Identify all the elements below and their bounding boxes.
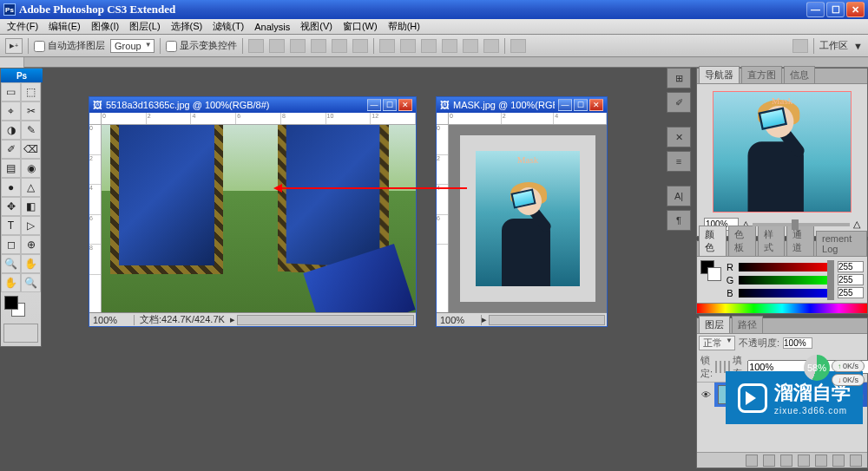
quick-mask-toggle[interactable] (3, 324, 38, 343)
notes-tool[interactable]: 🔍 (1, 254, 21, 273)
info-tab[interactable]: 信息 (784, 66, 815, 83)
mlog-tab[interactable]: rement Log (816, 231, 867, 256)
auto-select-dropdown[interactable]: Group (110, 39, 155, 53)
fx-icon[interactable] (763, 455, 775, 467)
distribute-icon[interactable] (379, 39, 395, 53)
menu-select[interactable]: 选择(S) (166, 18, 208, 35)
visibility-icon[interactable]: 👁 (697, 383, 714, 407)
align-icon[interactable] (311, 39, 326, 53)
doc-minimize-button[interactable]: — (367, 99, 381, 111)
doc-tab[interactable] (0, 57, 24, 68)
distribute-icon[interactable] (421, 39, 437, 53)
blend-mode-dropdown[interactable]: 正常 (699, 336, 735, 350)
channels-tab[interactable]: 通道 (786, 226, 814, 256)
menu-layer[interactable]: 图层(L) (124, 18, 165, 35)
dock-icon[interactable]: ⊞ (667, 68, 691, 88)
eraser-tool[interactable]: ● (1, 178, 21, 197)
menu-window[interactable]: 窗口(W) (338, 18, 383, 35)
status-arrow-icon[interactable]: ▸ (230, 314, 235, 325)
arrange-icon[interactable] (510, 39, 526, 53)
menu-analysis[interactable]: Analysis (249, 20, 295, 34)
slice-tool[interactable]: ✎ (21, 121, 41, 140)
swatches-tab[interactable]: 色板 (728, 226, 756, 256)
histogram-tab[interactable]: 直方图 (741, 66, 782, 83)
document-window-2[interactable]: 🖼 MASK.jpg @ 100%(RGB... — ☐ ✕ 0 2 4 024… (436, 96, 608, 327)
doc-zoom[interactable]: 100% (89, 315, 135, 325)
doc-maximize-button[interactable]: ☐ (383, 99, 397, 111)
menu-image[interactable]: 图像(I) (86, 18, 124, 35)
tool-indicator[interactable]: ▸+ (5, 38, 23, 54)
window-minimize-button[interactable]: — (806, 2, 825, 17)
g-input[interactable] (838, 274, 864, 285)
styles-tab[interactable]: 样式 (758, 226, 786, 256)
link-layers-icon[interactable] (746, 455, 758, 467)
new-layer-icon[interactable] (832, 455, 845, 467)
b-input[interactable] (838, 287, 864, 298)
align-icon[interactable] (352, 39, 368, 53)
type-tool[interactable]: ▷ (21, 216, 41, 235)
dock-icon[interactable]: ✐ (667, 92, 691, 113)
opacity-input[interactable] (783, 337, 812, 349)
paths-tab[interactable]: 路径 (732, 316, 763, 333)
window-maximize-button[interactable]: ☐ (826, 2, 845, 17)
document-window-1[interactable]: 🖼 5518a3d16365c.jpg @ 100%(RGB/8#) — ☐ ✕… (89, 96, 417, 327)
shape-tool[interactable]: ⊕ (21, 235, 41, 254)
distribute-icon[interactable] (483, 39, 499, 53)
align-icon[interactable] (290, 39, 306, 53)
lock-pixels-icon[interactable] (720, 361, 721, 373)
heal-tool[interactable]: ✐ (1, 140, 21, 159)
show-transform-checkbox[interactable]: 显示变换控件 (166, 39, 237, 52)
doc-close-button[interactable]: ✕ (398, 99, 412, 111)
wand-tool[interactable]: ✂ (21, 101, 41, 121)
dock-icon[interactable]: ≡ (667, 151, 691, 172)
canvas[interactable]: Mask (449, 125, 607, 312)
zoom-in-icon[interactable]: △ (853, 219, 860, 230)
crop-tool[interactable]: ◑ (1, 121, 21, 140)
hand-tool[interactable]: ✋ (1, 273, 21, 292)
zoom-tool[interactable]: 🔍 (21, 273, 41, 292)
distribute-icon[interactable] (400, 39, 416, 53)
distribute-icon[interactable] (463, 39, 478, 53)
color-swatch-pair[interactable] (700, 260, 721, 281)
doc-minimize-button[interactable]: — (558, 99, 572, 111)
color-spectrum[interactable] (697, 303, 867, 313)
history-brush-tool[interactable]: ◉ (21, 159, 41, 178)
auto-select-checkbox[interactable]: 自动选择图层 (34, 39, 105, 52)
menu-file[interactable]: 文件(F) (2, 18, 43, 35)
gradient-tool[interactable]: △ (21, 178, 41, 197)
dodge-tool[interactable]: ◧ (21, 197, 41, 216)
path-tool[interactable]: ◻ (1, 235, 21, 254)
menu-view[interactable]: 视图(V) (295, 18, 338, 35)
pen-tool[interactable]: T (1, 216, 21, 235)
menu-filter[interactable]: 滤镜(T) (207, 18, 249, 35)
layers-tab[interactable]: 图层 (699, 316, 730, 333)
canvas[interactable] (102, 125, 416, 312)
color-tab[interactable]: 颜色 (699, 226, 727, 256)
brush-tool[interactable]: ⌫ (21, 140, 41, 159)
dock-icon[interactable]: ✕ (667, 127, 691, 147)
adjustment-icon[interactable] (798, 455, 810, 467)
workspace-dropdown-icon[interactable]: ▼ (853, 41, 863, 51)
foreground-swatch[interactable] (4, 296, 18, 310)
r-input[interactable] (838, 261, 864, 272)
window-close-button[interactable]: ✕ (846, 2, 865, 17)
navigator-tab[interactable]: 导航器 (699, 66, 740, 83)
blur-tool[interactable]: ✥ (1, 197, 21, 216)
lasso-tool[interactable]: ⌖ (1, 101, 21, 121)
delete-layer-icon[interactable] (850, 455, 862, 467)
align-icon[interactable] (332, 39, 347, 53)
menu-edit[interactable]: 编辑(E) (43, 18, 86, 35)
align-icon[interactable] (269, 39, 285, 53)
distribute-icon[interactable] (442, 39, 457, 53)
marquee-tool[interactable]: ⬚ (21, 82, 41, 101)
move-tool[interactable]: ▭ (1, 82, 21, 101)
group-icon[interactable] (815, 455, 827, 467)
hscrollbar[interactable] (237, 315, 414, 325)
hscrollbar[interactable] (489, 315, 605, 325)
r-slider[interactable] (739, 263, 834, 271)
stamp-tool[interactable]: ▤ (1, 159, 21, 178)
bridge-icon[interactable] (792, 39, 808, 53)
navigator-preview[interactable]: Mask (713, 91, 852, 213)
b-slider[interactable] (739, 289, 834, 298)
dock-icon[interactable]: A| (667, 186, 691, 206)
